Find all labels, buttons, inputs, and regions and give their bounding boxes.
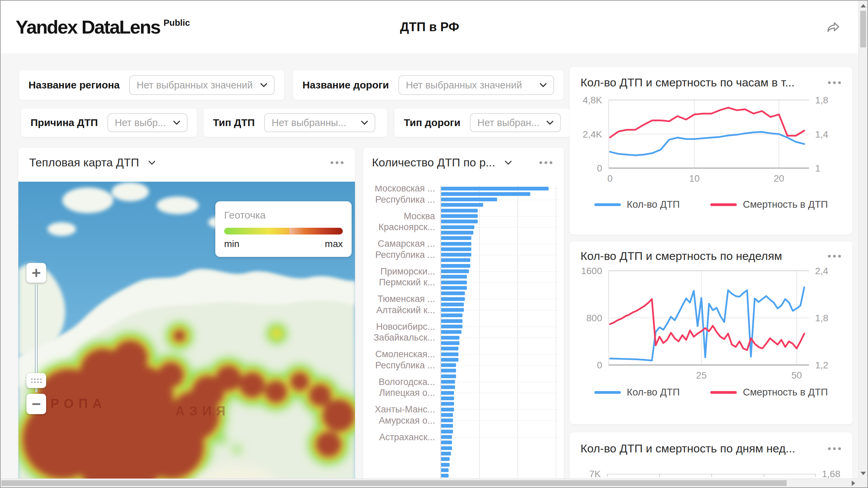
bar bbox=[441, 236, 471, 240]
bar bbox=[441, 291, 465, 295]
bar bbox=[441, 225, 474, 229]
scroll-down-button[interactable] bbox=[859, 469, 867, 478]
days-chart-title: Кол-во ДТП и смертность по дням нед... bbox=[580, 442, 795, 455]
bar bbox=[441, 319, 462, 323]
horizontal-scrollbar[interactable] bbox=[1, 479, 859, 487]
filter-card-accident-type: Тип ДТП Нет выбранны... bbox=[203, 108, 387, 137]
map-zoom-slider-handle[interactable] bbox=[26, 373, 46, 388]
bar-gridline bbox=[556, 186, 556, 479]
bar-category-label: Республика ... bbox=[363, 195, 435, 205]
map-zoom-out-button[interactable]: − bbox=[26, 394, 46, 414]
hours-chart-more-menu-button[interactable] bbox=[827, 78, 842, 87]
arrow-up-icon bbox=[861, 4, 866, 7]
share-arrow-icon bbox=[826, 19, 841, 35]
bar bbox=[441, 308, 464, 312]
bar-category-label: Самарская ... bbox=[363, 239, 435, 249]
bar-gridline bbox=[517, 186, 518, 479]
logo-badge: Public bbox=[163, 18, 190, 28]
legend-dash-blue-icon bbox=[594, 203, 621, 206]
filter-accident-type-select[interactable]: Нет выбранны... bbox=[264, 113, 375, 132]
chevron-down-icon[interactable] bbox=[504, 158, 513, 167]
heatmap-more-menu-button[interactable] bbox=[329, 158, 345, 167]
bar-gridline bbox=[440, 437, 558, 438]
chevron-down-icon[interactable] bbox=[147, 158, 157, 167]
filter-road-type-select[interactable]: Нет выбран... bbox=[470, 113, 561, 132]
svg-text:0: 0 bbox=[607, 173, 613, 184]
bar bbox=[441, 430, 453, 433]
legend-mortality[interactable]: Смертность в ДТП bbox=[710, 199, 828, 210]
bar bbox=[441, 253, 471, 257]
filter-card-cause: Причина ДТП Нет выбр... bbox=[21, 108, 197, 137]
heatmap-gradient-bar bbox=[224, 228, 343, 235]
bar-chart-more-menu-button[interactable] bbox=[538, 158, 554, 167]
chevron-down-icon bbox=[545, 118, 555, 127]
bar-gridline bbox=[440, 421, 558, 421]
svg-text:0: 0 bbox=[597, 360, 602, 370]
bar bbox=[441, 457, 450, 461]
bar bbox=[441, 441, 452, 444]
bar bbox=[441, 247, 471, 251]
bar bbox=[441, 452, 451, 455]
bar-category-label: Вологодска... bbox=[363, 377, 435, 387]
svg-text:25: 25 bbox=[696, 370, 707, 381]
heatmap-legend: Геоточка min max bbox=[215, 201, 352, 257]
svg-text:800: 800 bbox=[586, 313, 602, 323]
bar bbox=[441, 214, 478, 218]
scroll-up-button[interactable] bbox=[859, 1, 867, 10]
horizontal-scrollbar-thumb[interactable] bbox=[1, 480, 787, 486]
map-label-europe: РОПА bbox=[51, 396, 106, 411]
scroll-right-button[interactable] bbox=[849, 479, 858, 487]
bar-chart-title: Количество ДТП по р... bbox=[372, 156, 495, 169]
bar bbox=[441, 347, 458, 350]
app-header: Yandex DataLens Public ДТП в РФ bbox=[1, 1, 859, 54]
days-left-tick: 7K bbox=[580, 469, 607, 479]
bar bbox=[441, 325, 462, 328]
svg-text:4,8K: 4,8K bbox=[583, 95, 602, 105]
filter-cause-select[interactable]: Нет выбр... bbox=[107, 113, 188, 132]
dashboard-content: Название региона Нет выбранных значений … bbox=[1, 54, 859, 479]
legend-mortality[interactable]: Смертность в ДТП bbox=[710, 387, 828, 398]
heatmap-title: Тепловая карта ДТП bbox=[29, 156, 139, 169]
vertical-scrollbar[interactable] bbox=[859, 1, 867, 479]
bar-gridline bbox=[479, 186, 480, 479]
bar bbox=[441, 352, 458, 356]
filter-region-select[interactable]: Нет выбранных значений bbox=[129, 75, 275, 95]
bar-category-label: Липецкая о... bbox=[363, 388, 435, 398]
heatmap-map[interactable]: РОПА АЗИЯ Геоточка min max + − bbox=[18, 182, 355, 479]
bar-category-label: Ханты-Манс... bbox=[363, 404, 435, 415]
days-chart-more-menu-button[interactable] bbox=[827, 444, 842, 453]
bar bbox=[441, 341, 459, 345]
filter-road-placeholder: Нет выбранных значений bbox=[406, 80, 535, 91]
heatmap-card: Тепловая карта ДТП bbox=[18, 148, 355, 479]
legend-accidents[interactable]: Кол-во ДТП bbox=[594, 387, 680, 398]
filter-road-type-placeholder: Нет выбран... bbox=[477, 117, 542, 128]
filter-region-placeholder: Нет выбранных значений bbox=[137, 80, 256, 91]
vertical-scrollbar-thumb[interactable] bbox=[860, 11, 866, 47]
bar-category-label: Алтайский к... bbox=[363, 305, 435, 316]
filter-card-region: Название региона Нет выбранных значений bbox=[19, 70, 284, 100]
bar bbox=[441, 297, 465, 301]
bar bbox=[441, 242, 471, 246]
bar bbox=[441, 419, 453, 422]
legend-accidents[interactable]: Кол-во ДТП bbox=[594, 199, 680, 210]
bar bbox=[441, 313, 462, 317]
arrow-down-icon bbox=[861, 472, 866, 475]
bar bbox=[441, 258, 470, 262]
datalens-logo[interactable]: Yandex DataLens Public bbox=[16, 18, 190, 37]
svg-text:2,4: 2,4 bbox=[815, 266, 828, 276]
svg-text:1,8: 1,8 bbox=[815, 95, 828, 105]
bar-category-label: Республика ... bbox=[363, 360, 435, 371]
bar bbox=[441, 286, 467, 290]
weeks-chart-legend: Кол-во ДТП Смертность в ДТП bbox=[570, 387, 852, 398]
share-button[interactable] bbox=[823, 17, 844, 37]
weeks-chart-more-menu-button[interactable] bbox=[827, 251, 842, 261]
legend-dash-blue-icon bbox=[594, 391, 621, 394]
bar-gridline bbox=[440, 409, 558, 410]
bar-gridline bbox=[440, 382, 558, 382]
bar bbox=[441, 408, 454, 411]
hours-chart-legend: Кол-во ДТП Смертность в ДТП bbox=[570, 199, 852, 210]
bar bbox=[441, 446, 452, 450]
map-zoom-in-button[interactable]: + bbox=[26, 263, 46, 283]
legend-dash-red-icon bbox=[710, 203, 737, 206]
filter-road-select[interactable]: Нет выбранных значений bbox=[398, 75, 554, 95]
